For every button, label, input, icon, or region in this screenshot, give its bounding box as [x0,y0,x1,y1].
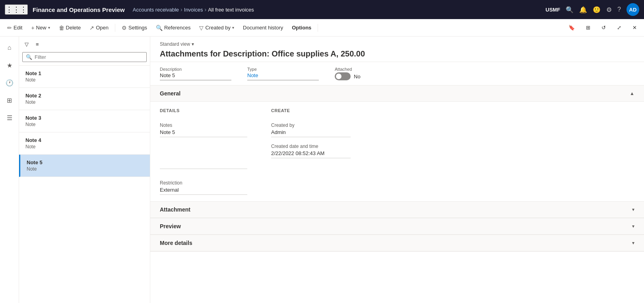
restriction-field: Restriction External [160,180,247,195]
preview-section: Preview ▾ [150,218,644,235]
item-sub: Note [25,122,144,127]
close-icon[interactable]: ✕ [628,22,641,33]
more-details-section: More details ▾ [150,235,644,252]
avatar[interactable]: AD [627,3,639,16]
general-section-title: General [160,90,180,97]
list-panel: ▽ ≡ 🔍 Note 1 Note Note 2 Note Note 3 Not… [19,37,150,303]
company-selector[interactable]: USMF [545,7,560,13]
open-button[interactable]: ↗ Open [85,22,113,33]
created-date-field: Created date and time 2/22/2022 08:52:43… [271,144,351,158]
nav-list-icon[interactable]: ☰ [2,110,17,126]
created-by-chevron-icon: ▾ [232,25,234,30]
description-label: Description [160,67,231,72]
item-title: Note 1 [25,70,144,76]
separator-1 [115,24,115,32]
attached-field: Attached No [335,67,406,80]
item-title: Note 5 [27,159,144,165]
restriction-label: Restriction [160,180,247,186]
nav-grid-icon[interactable]: ⊞ [2,92,17,108]
open-icon: ↗ [89,25,94,31]
general-section-header[interactable]: General ▲ [150,85,644,102]
created-by-label: Created by [271,122,351,128]
new-chevron-icon: ▾ [48,25,50,30]
document-history-button[interactable]: Document history [239,22,287,33]
notes-text-area[interactable] [160,153,247,169]
nav-recent-icon[interactable]: 🕐 [2,75,17,91]
toggle-row: No [335,72,406,80]
attachment-chevron-icon: ▾ [632,207,634,212]
attachment-section: Attachment ▾ [150,202,644,218]
list-item[interactable]: Note 1 Note [19,66,150,88]
form-fields-row: Description Note 5 Type Note Attached No [150,62,644,85]
created-by-field: Created by Admin [271,122,351,137]
breadcrumb-accounts-receivable[interactable]: Accounts receivable [133,7,179,13]
notification-icon[interactable]: 🔔 [579,6,587,14]
item-sub: Note [25,144,144,150]
item-sub: Note [27,166,144,172]
list-item[interactable]: Note 2 Note [19,88,150,110]
edit-button[interactable]: ✏ Edit [3,22,26,33]
list-filter-icon[interactable]: ▽ [22,40,31,49]
created-date-label: Created date and time [271,144,351,149]
new-icon: + [31,25,34,31]
created-by-button[interactable]: ▽ Created by ▾ [195,22,238,33]
emoji-icon[interactable]: 🙂 [593,6,601,14]
layout-icon[interactable]: ⊞ [582,22,594,33]
bookmark-icon[interactable]: 🔖 [564,22,579,33]
filter-search-icon: 🔍 [26,54,32,60]
created-date-value: 2/22/2022 08:52:43 AM [271,150,351,158]
main-layout: ⌂ ★ 🕐 ⊞ ☰ ▽ ≡ 🔍 Note 1 Note Note 2 Note [0,37,644,303]
more-details-section-header[interactable]: More details ▾ [150,235,644,251]
references-button[interactable]: 🔍 References [152,22,194,33]
preview-section-header[interactable]: Preview ▾ [150,218,644,235]
list-lines-icon[interactable]: ≡ [33,40,41,49]
content-header: Standard view ▾ Attachments for Descript… [150,37,644,62]
settings-button[interactable]: ⚙ Settings [118,22,151,33]
references-icon: 🔍 [156,25,163,31]
description-value: Note 5 [160,72,231,80]
breadcrumb-invoices[interactable]: Invoices [184,7,203,13]
search-icon[interactable]: 🔍 [566,6,574,14]
command-bar: ✏ Edit + New ▾ 🗑 Delete ↗ Open ⚙ Setting… [0,19,644,37]
help-icon[interactable]: ? [617,6,621,13]
nav-star-icon[interactable]: ★ [2,57,17,73]
attached-toggle-label: No [354,74,361,80]
refresh-icon[interactable]: ↺ [597,22,610,33]
general-section: General ▲ DETAILS Notes Note 5 [150,85,644,202]
filter-input[interactable] [35,54,143,60]
preview-section-title: Preview [160,223,181,229]
details-col: DETAILS Notes Note 5 Restriction Externa… [160,108,247,195]
page-title: Attachments for Description: Office supp… [160,49,634,58]
nav-home-icon[interactable]: ⌂ [2,40,17,56]
create-col: CREATE Created by Admin Created date and… [271,108,351,195]
attachment-section-title: Attachment [160,206,190,213]
delete-button[interactable]: 🗑 Delete [55,22,85,33]
more-details-section-title: More details [160,240,192,246]
top-nav-right: USMF 🔍 🔔 🙂 ⚙ ? AD [545,3,639,16]
item-title: Note 2 [25,93,144,99]
attached-toggle[interactable] [335,72,351,80]
new-button[interactable]: + New ▾ [27,22,54,33]
expand-icon[interactable]: ⤢ [613,22,625,33]
breadcrumb-all-free-text: All free text invoices [208,7,254,13]
item-sub: Note [25,99,144,105]
breadcrumb: Accounts receivable › Invoices › All fre… [133,6,546,13]
delete-icon: 🗑 [59,25,64,31]
type-value[interactable]: Note [247,72,319,80]
item-title: Note 3 [25,115,144,121]
list-panel-header: ▽ ≡ 🔍 [19,37,150,66]
options-button[interactable]: Options [288,22,315,33]
settings-icon[interactable]: ⚙ [606,6,612,14]
edit-icon: ✏ [7,25,12,31]
list-item[interactable]: Note 4 Note [19,132,150,155]
standard-view-dropdown[interactable]: Standard view ▾ [160,41,634,47]
apps-menu-icon[interactable]: ⋮⋮⋮ [5,4,28,15]
list-item[interactable]: Note 3 Note [19,110,150,132]
separator-2 [318,24,318,32]
attachment-section-header[interactable]: Attachment ▾ [150,202,644,218]
content-panel: Standard view ▾ Attachments for Descript… [150,37,644,303]
notes-value: Note 5 [160,129,247,137]
list-item-selected[interactable]: Note 5 Note [19,155,150,177]
breadcrumb-sep-1: › [180,6,182,13]
created-by-value: Admin [271,129,351,137]
